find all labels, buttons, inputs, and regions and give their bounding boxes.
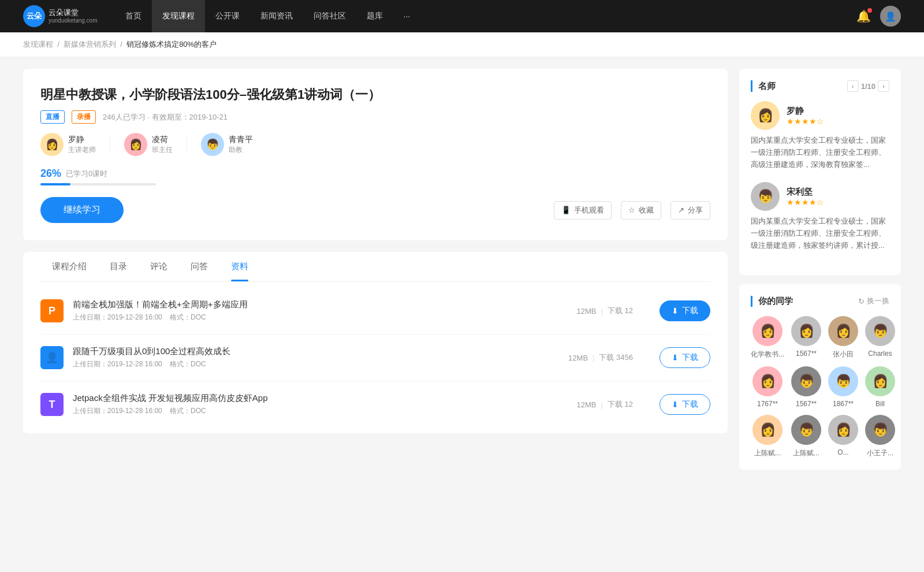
download-icon-1: ⬇ <box>672 353 679 362</box>
resource-downloads-1: 下载 3456 <box>599 352 633 363</box>
classmate-7[interactable]: 👩 Bill <box>865 366 895 408</box>
logo-text: 云朵课堂 yunduoketang.com <box>49 8 98 24</box>
teacher-role-0: 主讲老师 <box>68 145 96 155</box>
resource-stats-0: 12MB | 下载 12 <box>577 306 633 316</box>
classmate-1[interactable]: 👩 1567** <box>791 316 821 359</box>
refresh-label: 换一换 <box>867 296 889 306</box>
resource-name-1: 跟随千万级项目从0到100全过程高效成长 <box>73 346 542 357</box>
breadcrumb: 发现课程 / 新媒体营销系列 / 销冠修炼术搞定80%的客户 <box>0 32 924 57</box>
classmate-avatar-4: 👩 <box>752 366 783 396</box>
nav-item-news[interactable]: 新闻资讯 <box>250 0 303 32</box>
tab-catalog[interactable]: 目录 <box>98 252 139 281</box>
resource-meta-2: 上传日期：2019-12-28 16:00 格式：DOC <box>73 406 550 416</box>
sidebar-teacher-name-0: 罗静 <box>787 106 824 117</box>
sidebar-teacher-0: 👩 罗静 ★★★★☆ 国内某重点大学安全工程专业硕士，国家一级注册消防工程师、注… <box>751 101 889 170</box>
teachers-page-num: 1/10 <box>861 82 875 91</box>
mobile-view-button[interactable]: 📱 手机观看 <box>554 201 612 220</box>
classmates-grid: 👩 化学教书... 👩 1567** 👩 张小田 👦 Charles <box>751 316 889 458</box>
classmate-avatar-11: 👦 <box>865 415 895 445</box>
teacher-avatar-0: 👩 <box>40 133 64 156</box>
classmate-avatar-5: 👦 <box>791 366 821 396</box>
classmate-4[interactable]: 👩 1767** <box>751 366 784 408</box>
collect-button[interactable]: ☆ 收藏 <box>621 201 661 220</box>
resource-info-0: 前端全栈加强版！前端全栈+全周期+多端应用 上传日期：2019-12-28 16… <box>73 299 550 322</box>
teacher-info-2: 青青平 助教 <box>229 135 253 155</box>
sidebar-teacher-stars-1: ★★★★☆ <box>787 198 824 207</box>
nav-item-qa[interactable]: 问答社区 <box>303 0 356 32</box>
classmate-10[interactable]: 👩 O... <box>828 415 858 458</box>
sidebar-teacher-info-1: 宋利坚 ★★★★☆ <box>787 187 824 207</box>
main-layout: 明星中教授课，小学阶段语法100分–强化级第1讲动词（一） 直播 录播 246人… <box>0 57 924 491</box>
classmate-2[interactable]: 👩 张小田 <box>828 316 858 359</box>
tag-record: 录播 <box>72 110 96 124</box>
course-meta: 直播 录播 246人已学习 · 有效期至：2019-10-21 <box>40 110 710 124</box>
share-button[interactable]: ↗ 分享 <box>670 201 710 220</box>
classmate-8[interactable]: 👩 上陈赋... <box>751 415 784 458</box>
mobile-view-label: 手机观看 <box>574 205 604 216</box>
star-icon: ☆ <box>628 206 635 214</box>
tab-intro[interactable]: 课程介绍 <box>40 252 98 281</box>
teacher-role-2: 助教 <box>229 145 253 155</box>
sidebar-teacher-avatar-1: 👦 <box>751 182 780 211</box>
classmate-avatar-10: 👩 <box>828 415 858 445</box>
resource-item-1: 👤 跟随千万级项目从0到100全过程高效成长 上传日期：2019-12-28 1… <box>40 335 710 381</box>
resource-meta-1: 上传日期：2019-12-28 16:00 格式：DOC <box>73 359 542 369</box>
sidebar-teacher-info-0: 罗静 ★★★★☆ <box>787 106 824 126</box>
classmate-0[interactable]: 👩 化学教书... <box>751 316 784 359</box>
resource-list: P 前端全栈加强版！前端全栈+全周期+多端应用 上传日期：2019-12-28 … <box>40 282 710 433</box>
resource-size-0: 12MB <box>577 307 597 315</box>
classmates-title-row: 你的同学 ↻ 换一换 <box>751 296 889 307</box>
teacher-avatar-1: 👩 <box>124 133 147 156</box>
classmate-6[interactable]: 👦 1867** <box>828 366 858 408</box>
teachers-sidebar-card: 名师 ‹ 1/10 › 👩 罗静 ★★★★☆ 国内某重点大学安全工程专业硕士 <box>739 69 901 275</box>
classmate-11[interactable]: 👦 小王子... <box>865 415 895 458</box>
breadcrumb-item-0[interactable]: 发现课程 <box>23 40 53 49</box>
continue-button[interactable]: 继续学习 <box>40 197 124 223</box>
nav-right: 🔔 👤 <box>856 6 901 27</box>
nav-items: 首页 发现课程 公开课 新闻资讯 问答社区 题库 ··· <box>115 0 856 32</box>
tab-qa[interactable]: 问答 <box>179 252 219 281</box>
nav-item-quiz[interactable]: 题库 <box>356 0 393 32</box>
tab-resources[interactable]: 资料 <box>219 252 260 281</box>
nav-item-discover[interactable]: 发现课程 <box>152 0 205 32</box>
download-button-2[interactable]: ⬇ 下载 <box>660 394 710 415</box>
teachers-prev-btn[interactable]: ‹ <box>847 80 859 92</box>
nav-item-home[interactable]: 首页 <box>115 0 152 32</box>
share-label: 分享 <box>688 205 703 216</box>
classmate-5[interactable]: 👦 1567** <box>791 366 821 408</box>
download-button-0[interactable]: ⬇ 下载 <box>660 300 710 321</box>
download-button-1[interactable]: ⬇ 下载 <box>660 347 710 368</box>
teacher-name-1: 凌荷 <box>152 135 173 145</box>
teacher-divider-1 <box>187 136 187 153</box>
tag-live: 直播 <box>40 110 65 124</box>
classmate-9[interactable]: 👦 上陈赋... <box>791 415 821 458</box>
logo[interactable]: 云朵 云朵课堂 yunduoketang.com <box>23 5 98 27</box>
resource-info-2: Jetpack全组件实战 开发短视频应用高仿皮皮虾App 上传日期：2019-1… <box>73 393 550 416</box>
classmate-3[interactable]: 👦 Charles <box>865 316 895 359</box>
progress-label: 26% 已学习0课时 <box>40 168 710 180</box>
user-avatar[interactable]: 👤 <box>880 6 901 27</box>
resource-stats-2: 12MB | 下载 12 <box>577 399 633 410</box>
resource-stats-1: 12MB | 下载 3456 <box>568 352 633 363</box>
download-icon-0: ⬇ <box>672 306 679 315</box>
resource-info-1: 跟随千万级项目从0到100全过程高效成长 上传日期：2019-12-28 16:… <box>73 346 542 369</box>
course-header-card: 明星中教授课，小学阶段语法100分–强化级第1讲动词（一） 直播 录播 246人… <box>23 69 728 240</box>
breadcrumb-item-2: 销冠修炼术搞定80%的客户 <box>126 40 217 49</box>
teacher-item-0: 👩 罗静 主讲老师 <box>40 133 96 156</box>
sidebar-teachers-label: 名师 <box>758 81 776 92</box>
logo-icon: 云朵 <box>23 5 45 27</box>
tabs: 课程介绍 目录 评论 问答 资料 <box>40 252 710 282</box>
classmate-name-11: 小王子... <box>867 448 893 458</box>
course-actions: 继续学习 📱 手机观看 ☆ 收藏 ↗ 分享 <box>40 197 710 223</box>
nav-item-more[interactable]: ··· <box>393 0 421 32</box>
tab-review[interactable]: 评论 <box>139 252 179 281</box>
resource-name-0: 前端全栈加强版！前端全栈+全周期+多端应用 <box>73 299 550 310</box>
course-title: 明星中教授课，小学阶段语法100分–强化级第1讲动词（一） <box>40 86 710 103</box>
breadcrumb-item-1[interactable]: 新媒体营销系列 <box>64 40 116 49</box>
nav-item-open[interactable]: 公开课 <box>205 0 250 32</box>
bell-icon[interactable]: 🔔 <box>856 9 871 23</box>
teacher-item-1: 👩 凌荷 班主任 <box>124 133 173 156</box>
teachers-section: 👩 罗静 主讲老师 👩 凌荷 班主任 👦 <box>40 133 710 156</box>
teachers-next-btn[interactable]: › <box>878 80 889 92</box>
refresh-button[interactable]: ↻ 换一换 <box>858 296 889 306</box>
